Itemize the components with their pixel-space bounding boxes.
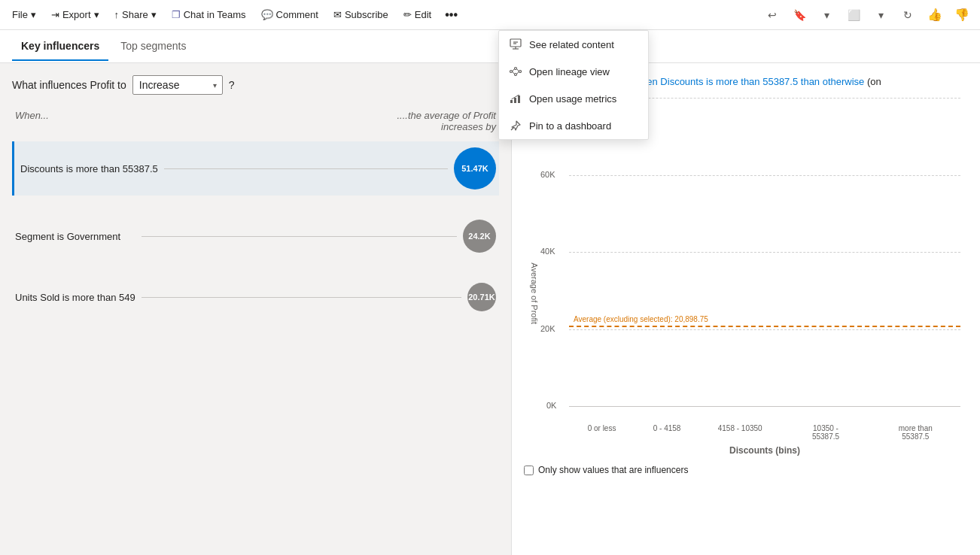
fullscreen-chevron[interactable]: ▾ xyxy=(869,3,893,27)
influencer-label-0: Discounts is more than 55387.5 xyxy=(20,163,158,174)
influencer-bar-1 xyxy=(135,236,463,237)
menu-item-usage-metrics[interactable]: Open usage metrics xyxy=(499,85,648,112)
y-label-40k: 40K xyxy=(540,247,555,256)
bubble-value-0: 51.47K xyxy=(461,164,488,173)
tab-top-segments[interactable]: Top segments xyxy=(111,32,195,61)
thumbsdown-button[interactable]: 👎 xyxy=(950,3,974,27)
menu-item-pin-dashboard-label: Pin to a dashboard xyxy=(529,120,611,132)
tab-key-influencers[interactable]: Key influencers xyxy=(12,32,108,61)
svg-line-9 xyxy=(513,69,515,72)
gridline-0k: 0K xyxy=(569,406,960,407)
subscribe-button[interactable]: ✉ Subscribe xyxy=(327,6,394,23)
export-button[interactable]: ⇥ Export ▾ xyxy=(45,6,105,23)
file-chevron-icon: ▾ xyxy=(31,9,36,20)
share-label: Share xyxy=(122,9,148,20)
col-header-when: When... xyxy=(15,110,49,132)
influencer-label-1: Segment is Government xyxy=(15,231,135,242)
undo-button[interactable]: ↩ xyxy=(760,3,784,27)
tab-top-segments-label: Top segments xyxy=(120,40,186,52)
question-mark: ? xyxy=(229,79,235,91)
x-axis-label: Discounts (bins) xyxy=(569,445,960,456)
col-header-profit: ....the average of Profit increases by xyxy=(361,110,496,132)
related-content-icon xyxy=(510,38,522,50)
svg-point-7 xyxy=(515,74,517,76)
menu-item-lineage[interactable]: Open lineage view xyxy=(499,58,648,85)
influencer-row-1[interactable]: Segment is Government 24.2K xyxy=(12,214,499,259)
svg-rect-0 xyxy=(510,39,521,47)
y-label-0k: 0K xyxy=(546,401,556,410)
influencer-row-2[interactable]: Units Sold is more than 549 20.71K xyxy=(12,277,499,317)
influencer-row-0[interactable]: Discounts is more than 55387.5 51.47K xyxy=(12,141,499,196)
left-panel: What influences Profit to Increase Decre… xyxy=(0,63,512,555)
svg-rect-14 xyxy=(514,98,516,103)
influencer-label-2: Units Sold is more than 549 xyxy=(15,292,135,303)
bookmark-chevron[interactable]: ▾ xyxy=(814,3,838,27)
edit-icon: ✏ xyxy=(403,9,412,20)
influencer-bubble-0[interactable]: 51.47K xyxy=(454,147,496,190)
show-influencers-label[interactable]: Only show values that are influencers xyxy=(538,465,688,475)
y-label-20k: 20K xyxy=(540,324,555,333)
file-label: File xyxy=(12,9,28,20)
menu-item-related-content[interactable]: See related content xyxy=(499,31,648,58)
comment-icon: 💬 xyxy=(261,9,273,20)
lineage-icon xyxy=(510,65,522,77)
influencer-bubble-1[interactable]: 24.2K xyxy=(463,220,496,253)
x-label-2: 4158 - 10350 xyxy=(718,424,762,441)
chat-in-teams-button[interactable]: ❐ Chat in Teams xyxy=(166,6,252,23)
share-chevron-icon: ▾ xyxy=(151,9,157,20)
edit-button[interactable]: ✏ Edit xyxy=(397,6,437,23)
usage-metrics-icon xyxy=(510,92,522,105)
influencer-select-wrapper: Increase Decrease ▾ xyxy=(132,75,223,95)
influencer-bubble-2[interactable]: 20.71K xyxy=(467,283,496,311)
svg-rect-15 xyxy=(518,96,520,103)
pin-icon xyxy=(510,120,522,132)
main-content: What influences Profit to Increase Decre… xyxy=(0,63,980,555)
toolbar: File ▾ ⇥ Export ▾ ↑ Share ▾ ❐ Chat in Te… xyxy=(0,0,980,30)
file-button[interactable]: File ▾ xyxy=(6,6,42,23)
thumbsup-button[interactable]: 👍 xyxy=(923,3,947,27)
menu-item-lineage-label: Open lineage view xyxy=(529,66,610,77)
menu-item-related-content-label: See related content xyxy=(529,39,614,50)
influencer-select[interactable]: Increase Decrease xyxy=(132,75,223,95)
comment-button[interactable]: 💬 Comment xyxy=(255,6,324,23)
svg-point-5 xyxy=(510,71,513,73)
share-button[interactable]: ↑ Share ▾ xyxy=(108,6,163,23)
x-label-3: 10350 - 55387.5 xyxy=(799,424,852,441)
bookmark-button[interactable]: 🔖 xyxy=(787,3,811,27)
influencer-bar-0 xyxy=(158,168,454,169)
column-headers: When... ....the average of Profit increa… xyxy=(12,110,499,132)
influencer-line-1 xyxy=(142,236,457,237)
dropdown-menu: See related content Open lineage view xyxy=(498,30,649,140)
menu-item-pin-dashboard[interactable]: Pin to a dashboard xyxy=(499,112,648,139)
x-label-4: more than 55387.5 xyxy=(889,424,942,441)
tabs-bar: Key influencers Top segments xyxy=(0,30,980,63)
checkbox-row: Only show values that are influencers xyxy=(524,465,968,475)
subscribe-label: Subscribe xyxy=(345,9,388,20)
svg-line-11 xyxy=(517,69,519,72)
svg-line-10 xyxy=(513,71,515,74)
export-label: Export xyxy=(62,9,91,20)
x-labels: 0 or less 0 - 4158 4158 - 10350 10350 - … xyxy=(569,424,960,441)
question-prefix: What influences Profit to xyxy=(12,79,126,91)
export-chevron-icon: ▾ xyxy=(94,9,99,20)
menu-item-usage-metrics-label: Open usage metrics xyxy=(529,93,616,105)
x-label-1: 0 - 4158 xyxy=(653,424,681,441)
edit-label: Edit xyxy=(415,9,431,20)
fullscreen-button[interactable]: ⬜ xyxy=(842,3,866,27)
subscribe-icon: ✉ xyxy=(333,9,342,20)
tab-key-influencers-label: Key influencers xyxy=(21,40,99,52)
undo-redo-group: ↩ xyxy=(760,3,784,27)
bubble-value-2: 20.71K xyxy=(468,293,495,302)
teams-icon: ❐ xyxy=(172,9,181,20)
svg-point-6 xyxy=(515,68,517,70)
show-influencers-checkbox[interactable] xyxy=(524,466,534,475)
y-axis-label: Average of Profit xyxy=(530,262,539,324)
title-on: (on xyxy=(867,76,881,87)
more-button[interactable]: ••• xyxy=(440,5,462,25)
svg-point-8 xyxy=(519,71,522,73)
bubble-value-1: 24.2K xyxy=(468,232,490,241)
influencer-line-0 xyxy=(164,168,448,169)
svg-rect-13 xyxy=(510,100,513,103)
y-label-60k: 60K xyxy=(540,170,555,179)
refresh-button[interactable]: ↻ xyxy=(896,3,920,27)
